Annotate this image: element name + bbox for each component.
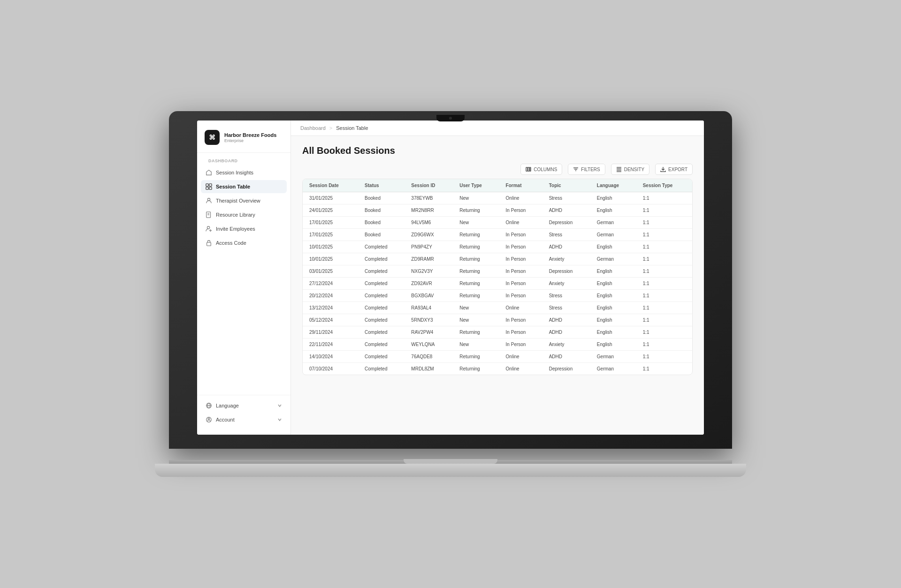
cell-language: German <box>590 253 636 265</box>
sidebar-item-resource-library[interactable]: Resource Library <box>201 208 287 221</box>
table-row[interactable]: 31/01/2025 Booked 378EYWB New Online Str… <box>303 192 692 204</box>
cell-session-id: 5RNDXY3 <box>405 314 453 326</box>
cell-session-type: 1:1 <box>636 241 692 253</box>
cell-language: English <box>590 192 636 204</box>
table-row[interactable]: 07/10/2024 Completed MRDL8ZM Returning O… <box>303 363 692 375</box>
table-row[interactable]: 17/01/2025 Booked 94LV5M6 New Online Dep… <box>303 217 692 229</box>
columns-label: COLUMNS <box>534 167 557 172</box>
globe-icon <box>206 402 212 409</box>
table-row[interactable]: 29/11/2024 Completed RAV2PW4 Returning I… <box>303 326 692 339</box>
cell-user-type: New <box>453 217 499 229</box>
svg-point-4 <box>207 198 210 201</box>
svg-rect-19 <box>530 167 531 171</box>
cell-user-type: New <box>453 314 499 326</box>
sidebar-item-account[interactable]: Account <box>201 413 287 426</box>
cell-session-id: 378EYWB <box>405 192 453 204</box>
density-label: DENSITY <box>624 167 644 172</box>
table-row[interactable]: 03/01/2025 Completed NXG2V3Y Returning I… <box>303 265 692 278</box>
table-row[interactable]: 10/01/2025 Completed ZD9RAMR Returning I… <box>303 253 692 265</box>
filters-button[interactable]: FILTERS <box>568 164 605 175</box>
cell-session-type: 1:1 <box>636 314 692 326</box>
table-row[interactable]: 20/12/2024 Completed BGXBGAV Returning I… <box>303 290 692 302</box>
main-area: Dashboard > Session Table All Booked Ses… <box>291 121 704 435</box>
cell-language: English <box>590 204 636 217</box>
cell-topic: ADHD <box>542 326 590 339</box>
person-add-icon <box>206 226 212 232</box>
cell-date: 17/01/2025 <box>303 229 358 241</box>
table-row[interactable]: 13/12/2024 Completed RA93AL4 New Online … <box>303 302 692 314</box>
svg-point-8 <box>207 226 210 229</box>
table-row[interactable]: 27/12/2024 Completed ZD92AVR Returning I… <box>303 278 692 290</box>
cell-topic: ADHD <box>542 204 590 217</box>
cell-date: 27/12/2024 <box>303 278 358 290</box>
cell-user-type: Returning <box>453 241 499 253</box>
sidebar-item-language[interactable]: Language <box>201 399 287 412</box>
cell-session-id: ZD9G6WX <box>405 229 453 241</box>
col-topic[interactable]: Topic <box>542 179 590 192</box>
cell-date: 10/01/2025 <box>303 253 358 265</box>
col-status[interactable]: Status <box>358 179 405 192</box>
cell-topic: Anxiety <box>542 253 590 265</box>
cell-status: Completed <box>358 241 405 253</box>
col-language[interactable]: Language <box>590 179 636 192</box>
cell-user-type: Returning <box>453 290 499 302</box>
table-row[interactable]: 05/12/2024 Completed 5RNDXY3 New In Pers… <box>303 314 692 326</box>
cell-user-type: Returning <box>453 204 499 217</box>
table-row[interactable]: 22/11/2024 Completed WEYLQNA New In Pers… <box>303 339 692 351</box>
cell-session-id: NXG2V3Y <box>405 265 453 278</box>
cell-session-type: 1:1 <box>636 278 692 290</box>
cell-format: In Person <box>499 253 542 265</box>
cell-date: 31/01/2025 <box>303 192 358 204</box>
cell-format: In Person <box>499 241 542 253</box>
export-icon <box>660 166 666 172</box>
columns-button[interactable]: COLUMNS <box>520 164 562 175</box>
sidebar-item-label: Session Insights <box>216 170 253 175</box>
breadcrumb-current: Session Table <box>336 125 368 131</box>
table-row[interactable]: 17/01/2025 Booked ZD9G6WX Returning In P… <box>303 229 692 241</box>
cell-status: Completed <box>358 326 405 339</box>
account-label: Account <box>216 417 235 422</box>
cell-status: Completed <box>358 302 405 314</box>
cell-status: Completed <box>358 314 405 326</box>
sidebar-item-access-code[interactable]: Access Code <box>201 236 287 249</box>
sidebar-item-therapist-overview[interactable]: Therapist Overview <box>201 194 287 207</box>
table-row[interactable]: 24/01/2025 Booked MR2N8RR Returning In P… <box>303 204 692 217</box>
cell-format: In Person <box>499 278 542 290</box>
cell-status: Completed <box>358 278 405 290</box>
sidebar-item-session-insights[interactable]: Session Insights <box>201 166 287 179</box>
circle-person-icon <box>206 416 212 423</box>
cell-format: Online <box>499 363 542 375</box>
cell-date: 29/11/2024 <box>303 326 358 339</box>
cell-topic: Stress <box>542 192 590 204</box>
col-session-date[interactable]: Session Date <box>303 179 358 192</box>
col-format[interactable]: Format <box>499 179 542 192</box>
sidebar-item-session-table[interactable]: Session Table <box>201 180 287 193</box>
table-row[interactable]: 14/10/2024 Completed 76AQDE8 Returning O… <box>303 351 692 363</box>
laptop-notch-base <box>404 459 497 464</box>
col-user-type[interactable]: User Type <box>453 179 499 192</box>
cell-date: 24/01/2025 <box>303 204 358 217</box>
export-button[interactable]: EXPORT <box>655 164 693 175</box>
col-session-type[interactable]: Session Type <box>636 179 692 192</box>
cell-status: Booked <box>358 217 405 229</box>
col-session-id[interactable]: Session ID <box>405 179 453 192</box>
density-button[interactable]: DENSITY <box>611 164 649 175</box>
table-row[interactable]: 10/01/2025 Completed PN9P4ZY Returning I… <box>303 241 692 253</box>
cell-topic: Depression <box>542 265 590 278</box>
sidebar: ⌘ Harbor Breeze Foods Enterprise Dashboa… <box>197 121 291 435</box>
export-label: EXPORT <box>668 167 687 172</box>
cell-session-type: 1:1 <box>636 229 692 241</box>
cell-language: English <box>590 278 636 290</box>
cell-user-type: Returning <box>453 265 499 278</box>
cell-topic: Stress <box>542 302 590 314</box>
filters-label: FILTERS <box>581 167 600 172</box>
cell-session-id: WEYLQNA <box>405 339 453 351</box>
book-icon <box>206 211 212 218</box>
brand-name: Harbor Breeze Foods <box>224 132 276 138</box>
cell-status: Completed <box>358 253 405 265</box>
sidebar-item-invite-employees[interactable]: Invite Employees <box>201 222 287 235</box>
cell-session-id: 94LV5M6 <box>405 217 453 229</box>
sidebar-item-label: Invite Employees <box>216 226 255 232</box>
cell-session-id: MRDL8ZM <box>405 363 453 375</box>
cell-topic: Anxiety <box>542 278 590 290</box>
